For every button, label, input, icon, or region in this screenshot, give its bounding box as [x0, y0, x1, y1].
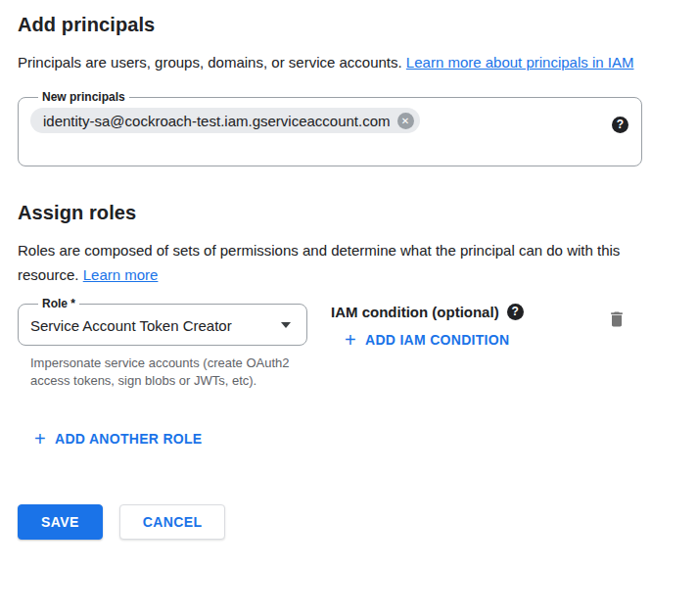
principal-chip: identity-sa@cockroach-test.iam.gservicea…: [30, 108, 420, 133]
add-another-role-button[interactable]: + ADD ANOTHER ROLE: [34, 431, 203, 447]
chevron-down-icon: [281, 322, 291, 328]
page-title: Add principals: [18, 14, 698, 36]
help-icon[interactable]: ?: [507, 304, 524, 320]
learn-more-principals-link[interactable]: Learn more about principals in IAM: [406, 54, 634, 71]
cancel-button[interactable]: CANCEL: [119, 504, 226, 540]
principal-chip-text: identity-sa@cockroach-test.iam.gservicea…: [43, 113, 391, 129]
role-selected-value: Service Account Token Creator: [30, 317, 232, 334]
principals-description: Principals are users, groups, domains, o…: [18, 50, 652, 74]
help-icon[interactable]: ?: [612, 117, 628, 133]
role-select-label: Role *: [38, 297, 79, 310]
save-button[interactable]: SAVE: [18, 504, 103, 540]
delete-icon: [607, 308, 627, 330]
add-iam-condition-button[interactable]: + ADD IAM CONDITION: [345, 332, 509, 348]
action-bar: SAVE CANCEL: [18, 504, 698, 540]
plus-icon: +: [345, 332, 356, 348]
role-select[interactable]: Role * Service Account Token Creator: [18, 297, 307, 346]
iam-condition-label: IAM condition (optional): [331, 304, 499, 320]
plus-icon: +: [34, 431, 46, 447]
delete-role-button[interactable]: [607, 297, 627, 334]
new-principals-field[interactable]: New principals identity-sa@cockroach-tes…: [18, 90, 642, 166]
assign-roles-title: Assign roles: [18, 202, 698, 224]
add-iam-condition-label: ADD IAM CONDITION: [365, 332, 509, 348]
iam-condition-column: IAM condition (optional) ? + ADD IAM CON…: [331, 297, 607, 351]
roles-description: Roles are composed of sets of permission…: [18, 238, 652, 287]
role-row: Role * Service Account Token Creator Imp…: [18, 297, 627, 390]
add-another-role-label: ADD ANOTHER ROLE: [55, 431, 203, 447]
chip-remove-icon[interactable]: ✕: [397, 113, 414, 129]
role-column: Role * Service Account Token Creator Imp…: [18, 297, 307, 390]
new-principals-label: New principals: [38, 90, 129, 104]
role-helper-text: Impersonate service accounts (create OAu…: [18, 355, 303, 390]
principals-description-text: Principals are users, groups, domains, o…: [18, 54, 402, 71]
learn-more-roles-link[interactable]: Learn more: [83, 266, 159, 283]
